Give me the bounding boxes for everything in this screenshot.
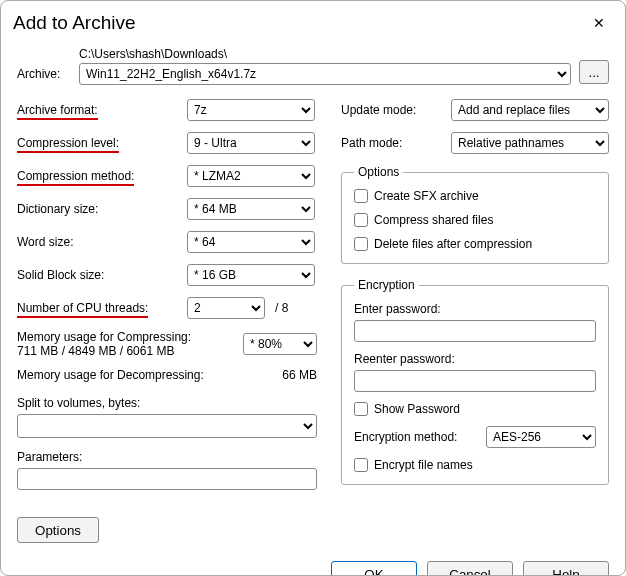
archive-filename-combo[interactable]: Win11_22H2_English_x64v1.7z xyxy=(79,63,571,85)
mem-compress-detail: 711 MB / 4849 MB / 6061 MB xyxy=(17,344,243,358)
enter-password-input[interactable] xyxy=(354,320,596,342)
word-size-label: Word size: xyxy=(17,235,187,249)
compression-level-select[interactable]: 9 - Ultra xyxy=(187,132,315,154)
encryption-method-select[interactable]: AES-256 xyxy=(486,426,596,448)
compress-shared-label: Compress shared files xyxy=(374,213,493,227)
update-mode-label: Update mode: xyxy=(341,103,451,117)
cpu-threads-label: Number of CPU threads: xyxy=(17,301,148,318)
show-password-checkbox[interactable] xyxy=(354,402,368,416)
parameters-label: Parameters: xyxy=(17,450,317,464)
reenter-password-input[interactable] xyxy=(354,370,596,392)
close-icon[interactable]: ✕ xyxy=(585,9,613,37)
options-button[interactable]: Options xyxy=(17,517,99,543)
ok-button[interactable]: OK xyxy=(331,561,417,576)
options-group: Options Create SFX archive Compress shar… xyxy=(341,165,609,264)
encrypt-filenames-checkbox[interactable] xyxy=(354,458,368,472)
compression-method-label: Compression method: xyxy=(17,169,134,186)
solid-block-size-label: Solid Block size: xyxy=(17,268,187,282)
sfx-checkbox[interactable] xyxy=(354,189,368,203)
mem-decompress-value: 66 MB xyxy=(267,368,317,382)
parameters-input[interactable] xyxy=(17,468,317,490)
archive-label: Archive: xyxy=(17,67,71,85)
show-password-label: Show Password xyxy=(374,402,460,416)
archive-path: C:\Users\shash\Downloads\ xyxy=(79,47,571,61)
cpu-threads-max: / 8 xyxy=(275,301,288,315)
update-mode-select[interactable]: Add and replace files xyxy=(451,99,609,121)
word-size-select[interactable]: * 64 xyxy=(187,231,315,253)
dictionary-size-label: Dictionary size: xyxy=(17,202,187,216)
delete-after-checkbox[interactable] xyxy=(354,237,368,251)
encryption-legend: Encryption xyxy=(354,278,419,292)
path-mode-label: Path mode: xyxy=(341,136,451,150)
encryption-group: Encryption Enter password: Reenter passw… xyxy=(341,278,609,485)
compress-shared-checkbox[interactable] xyxy=(354,213,368,227)
delete-after-label: Delete files after compression xyxy=(374,237,532,251)
mem-compress-label: Memory usage for Compressing: xyxy=(17,330,243,344)
path-mode-select[interactable]: Relative pathnames xyxy=(451,132,609,154)
archive-format-label: Archive format: xyxy=(17,103,98,120)
split-volumes-label: Split to volumes, bytes: xyxy=(17,396,317,410)
encryption-method-label: Encryption method: xyxy=(354,430,486,444)
compression-level-label: Compression level: xyxy=(17,136,119,153)
archive-format-select[interactable]: 7z xyxy=(187,99,315,121)
browse-button[interactable]: ... xyxy=(579,60,609,84)
solid-block-size-select[interactable]: * 16 GB xyxy=(187,264,315,286)
reenter-password-label: Reenter password: xyxy=(354,352,596,366)
sfx-label: Create SFX archive xyxy=(374,189,479,203)
options-legend: Options xyxy=(354,165,403,179)
enter-password-label: Enter password: xyxy=(354,302,596,316)
dictionary-size-select[interactable]: * 64 MB xyxy=(187,198,315,220)
window-title: Add to Archive xyxy=(13,12,136,34)
cpu-threads-select[interactable]: 2 xyxy=(187,297,265,319)
encrypt-filenames-label: Encrypt file names xyxy=(374,458,473,472)
mem-decompress-label: Memory usage for Decompressing: xyxy=(17,368,267,382)
mem-compress-pct-select[interactable]: * 80% xyxy=(243,333,317,355)
help-button[interactable]: Help xyxy=(523,561,609,576)
compression-method-select[interactable]: * LZMA2 xyxy=(187,165,315,187)
split-volumes-combo[interactable] xyxy=(17,414,317,438)
cancel-button[interactable]: Cancel xyxy=(427,561,513,576)
